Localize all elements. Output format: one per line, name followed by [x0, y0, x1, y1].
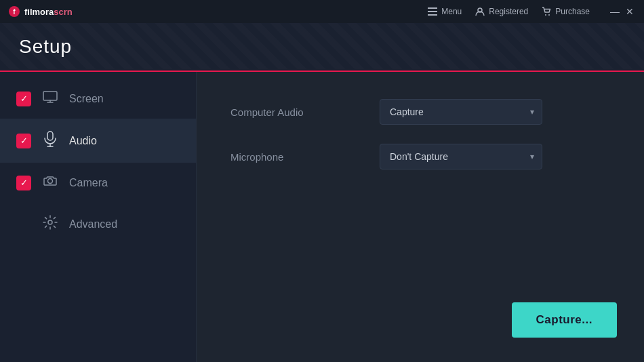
camera-checkbox[interactable]: ✓ [16, 176, 31, 190]
sidebar-item-audio[interactable]: ✓ Audio [0, 119, 196, 163]
svg-rect-3 [428, 11, 437, 12]
header: Setup [0, 23, 644, 72]
microphone-row: Microphone Capture Don't Capture ▾ [230, 144, 610, 169]
sidebar-screen-label: Screen [69, 93, 104, 105]
screen-icon [42, 91, 58, 106]
sidebar-item-camera[interactable]: ✓ Camera [0, 163, 196, 203]
computer-audio-select[interactable]: Capture Don't Capture [380, 99, 542, 125]
close-button[interactable]: ✕ [624, 5, 636, 18]
sidebar-item-screen[interactable]: ✓ Screen [0, 79, 196, 119]
computer-audio-label: Computer Audio [230, 106, 366, 118]
computer-audio-select-wrapper: Capture Don't Capture ▾ [380, 99, 542, 125]
menu-button[interactable]: Menu [428, 7, 462, 16]
menu-icon [428, 7, 437, 16]
user-icon [475, 7, 485, 16]
logo-text: filmorascrn [24, 5, 73, 18]
audio-checkbox[interactable]: ✓ [16, 134, 31, 148]
microphone-label: Microphone [230, 151, 366, 163]
svg-point-13 [48, 220, 52, 224]
sidebar-item-advanced[interactable]: Advanced [0, 203, 196, 245]
sidebar-camera-label: Camera [69, 177, 108, 189]
logo-icon: f [8, 5, 20, 18]
svg-rect-8 [43, 92, 57, 100]
titlebar: f filmorascrn Menu Registered [0, 0, 644, 23]
audio-icon [42, 131, 58, 150]
capture-button[interactable]: Capture... [512, 302, 617, 338]
screen-checkbox[interactable]: ✓ [16, 92, 31, 106]
svg-point-12 [48, 179, 53, 184]
advanced-icon [42, 215, 58, 233]
cart-icon [542, 7, 551, 16]
svg-rect-4 [428, 14, 437, 16]
titlebar-right: Menu Registered Purchase — ✕ [428, 5, 636, 18]
page-title: Setup [19, 36, 72, 58]
microphone-select[interactable]: Capture Don't Capture [380, 144, 542, 169]
purchase-button[interactable]: Purchase [542, 7, 590, 16]
camera-icon [42, 175, 58, 190]
minimize-button[interactable]: — [609, 5, 621, 18]
registered-button[interactable]: Registered [475, 7, 528, 16]
titlebar-left: f filmorascrn [8, 5, 73, 18]
sidebar: ✓ Screen ✓ Au [0, 72, 197, 362]
window-controls: — ✕ [609, 5, 636, 18]
sidebar-advanced-label: Advanced [69, 218, 117, 230]
microphone-select-wrapper: Capture Don't Capture ▾ [380, 144, 542, 169]
computer-audio-row: Computer Audio Capture Don't Capture ▾ [230, 99, 610, 125]
sidebar-audio-label: Audio [69, 135, 97, 147]
app-logo: f filmorascrn [8, 5, 73, 18]
svg-point-7 [548, 14, 550, 16]
svg-rect-2 [428, 7, 437, 9]
svg-point-6 [545, 14, 546, 16]
content-area: Computer Audio Capture Don't Capture ▾ M… [197, 72, 644, 362]
main-area: ✓ Screen ✓ Au [0, 72, 644, 362]
svg-rect-9 [47, 132, 53, 140]
